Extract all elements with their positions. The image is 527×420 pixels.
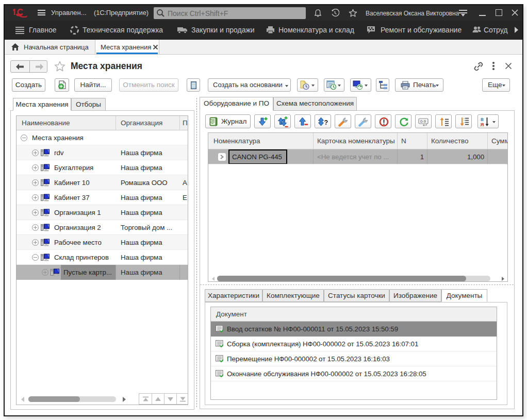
svg-text:0-9: 0-9 bbox=[420, 119, 426, 124]
svg-text:Я: Я bbox=[481, 122, 484, 127]
svg-text:?: ? bbox=[324, 119, 328, 126]
